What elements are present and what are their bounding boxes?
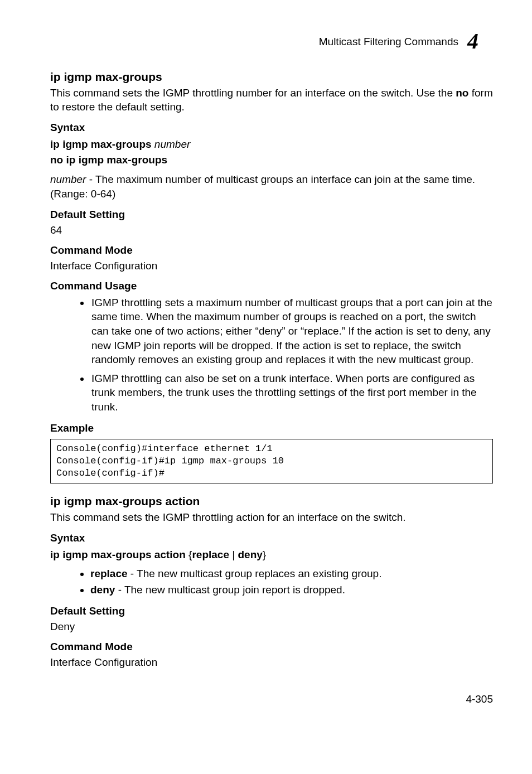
default-value-2: Deny	[50, 621, 493, 633]
command-mode-value: Interface Configuration	[50, 260, 493, 272]
command-mode-heading: Command Mode	[50, 244, 493, 257]
syntax-keyword: ip igmp max-groups	[50, 138, 152, 150]
command-mode-value-2: Interface Configuration	[50, 656, 493, 669]
default-value: 64	[50, 224, 493, 236]
syntax-param: number	[152, 138, 191, 150]
example-code-block: Console(config)#interface ethernet 1/1 C…	[50, 439, 493, 483]
syntax-line-1: ip igmp max-groups number	[50, 137, 493, 152]
running-title: Multicast Filtering Commands	[319, 36, 458, 48]
option-item: deny - The new multicast group join repo…	[90, 583, 493, 597]
syntax-line-action: ip igmp max-groups action {replace | den…	[50, 548, 493, 562]
chapter-badge: 4	[466, 29, 492, 55]
default-setting-heading-2: Default Setting	[50, 605, 493, 617]
brace: {	[186, 549, 192, 560]
syntax-keyword: ip igmp max-groups action	[50, 549, 186, 560]
usage-item: IGMP throttling sets a maximum number of…	[90, 296, 493, 367]
syntax-heading-2: Syntax	[50, 532, 493, 544]
command-mode-heading-2: Command Mode	[50, 641, 493, 653]
option-keyword: deny	[90, 584, 115, 596]
param-name: number	[50, 173, 86, 185]
option-keyword: replace	[90, 568, 128, 579]
chapter-number: 4	[467, 28, 478, 54]
command-usage-heading: Command Usage	[50, 280, 493, 292]
syntax-heading: Syntax	[50, 122, 493, 134]
options-list: replace - The new multicast group replac…	[50, 567, 493, 597]
option-desc: - The new multicast group replaces an ex…	[128, 568, 382, 579]
param-text: - The maximum number of multicast groups…	[50, 173, 475, 199]
command-intro-2: This command sets the IGMP throttling ac…	[50, 510, 493, 524]
option-item: replace - The new multicast group replac…	[90, 567, 493, 581]
syntax-option-deny: deny	[238, 549, 262, 560]
command-intro: This command sets the IGMP throttling nu…	[50, 86, 493, 114]
separator: |	[229, 549, 238, 560]
brace: }	[263, 549, 266, 560]
usage-item: IGMP throttling can also be set on a tru…	[90, 371, 493, 414]
param-description: number - The maximum number of multicast…	[50, 172, 493, 200]
page-number: 4-305	[50, 693, 493, 705]
command-title-max-groups: ip igmp max-groups	[50, 70, 493, 84]
syntax-option-replace: replace	[192, 549, 229, 560]
example-heading: Example	[50, 422, 493, 434]
option-desc: - The new multicast group join report is…	[115, 584, 345, 596]
text: This command sets the IGMP throttling nu…	[50, 87, 456, 99]
usage-list: IGMP throttling sets a maximum number of…	[50, 296, 493, 414]
command-title-max-groups-action: ip igmp max-groups action	[50, 495, 493, 508]
syntax-line-2: no ip igmp max-groups	[50, 153, 493, 167]
page-header: Multicast Filtering Commands 4	[50, 29, 493, 55]
keyword-no: no	[456, 87, 468, 99]
default-setting-heading: Default Setting	[50, 209, 493, 221]
